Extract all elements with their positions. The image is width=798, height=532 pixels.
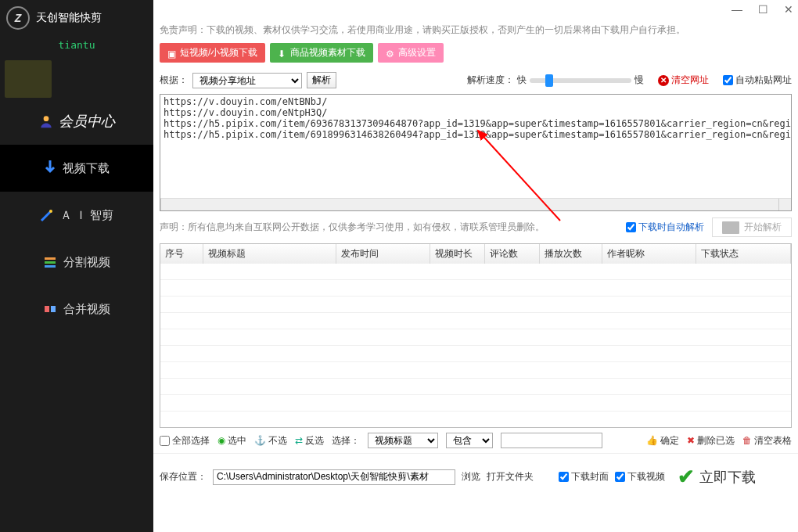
source-label: 根据： (160, 74, 188, 87)
slider-thumb-icon[interactable] (545, 74, 553, 87)
table-row[interactable] (160, 395, 791, 412)
x-circle-icon: ✕ (658, 75, 669, 86)
results-table: 序号 视频标题 发布时间 视频时长 评论数 播放次数 作者昵称 下载状态 (160, 243, 792, 428)
table-row[interactable] (160, 297, 791, 313)
user-area (0, 59, 153, 102)
minimize-button[interactable]: — (732, 3, 742, 16)
svg-rect-3 (45, 261, 56, 264)
save-label: 保存位置： (160, 470, 207, 483)
sidebar: Z 天创智能快剪 tiantu 会员中心 视频下载 Ａ Ｉ 智剪 分割视频 合并… (0, 0, 153, 532)
layers-icon (43, 255, 57, 269)
select-all-checkbox[interactable]: 全部选择 (160, 434, 210, 448)
avatar (5, 60, 52, 98)
horizontal-scrollbar[interactable] (160, 198, 791, 210)
speed-fast-label: 快 (517, 74, 527, 87)
open-folder-button[interactable]: 打开文件夹 (487, 470, 534, 483)
download-icon: ⬇ (278, 49, 287, 58)
browse-button[interactable]: 浏览 (462, 470, 480, 483)
table-row[interactable] (160, 280, 791, 297)
scrollbar-left-icon[interactable] (160, 199, 173, 210)
check-button[interactable]: ◉选中 (217, 434, 246, 448)
table-row[interactable] (160, 346, 791, 362)
table-row[interactable] (160, 329, 791, 346)
speed-slow-label: 慢 (634, 74, 644, 87)
filter-op-select[interactable]: 包含 (446, 433, 493, 448)
tab-row: ▣短视频/小视频下载 ⬇商品视频素材下载 ⚙高级设置 (153, 43, 798, 69)
svg-point-0 (44, 116, 49, 121)
download-cover-checkbox[interactable]: 下载封面 (559, 470, 609, 483)
thumbnail-icon (722, 221, 739, 234)
nav-ai-edit[interactable]: Ａ Ｉ 智剪 (0, 192, 153, 239)
clear-table-button[interactable]: 🗑清空表格 (742, 434, 792, 448)
tab-product-video[interactable]: ⬇商品视频素材下载 (270, 43, 373, 63)
notice-text: 声明：所有信息均来自互联网公开数据，仅供参考学习使用，如有侵权，请联系管理员删除… (160, 221, 545, 234)
film-icon: ▣ (167, 49, 177, 58)
confirm-button[interactable]: 👍确定 (646, 434, 679, 448)
svg-rect-6 (51, 306, 56, 312)
merge-icon (43, 302, 57, 316)
maximize-button[interactable]: ☐ (758, 3, 768, 16)
main-panel: — ☐ ✕ 免责声明：下载的视频、素材仅供学习交流，若使用商业用途，请购买正版授… (153, 0, 798, 532)
download-video-checkbox[interactable]: 下载视频 (615, 470, 665, 483)
speed-slider[interactable] (530, 78, 631, 83)
person-icon (38, 113, 54, 129)
check-circle-icon: ◉ (217, 435, 225, 446)
uncheck-button[interactable]: ⚓不选 (254, 434, 287, 448)
checkmark-icon: ✔ (678, 465, 695, 489)
filter-field-select[interactable]: 视频标题 (368, 433, 438, 448)
table-row[interactable] (160, 313, 791, 329)
table-row[interactable] (160, 264, 791, 280)
autopaste-checkbox[interactable]: 自动粘贴网址 (723, 74, 792, 87)
window-controls: — ☐ ✕ (153, 0, 798, 19)
filter-value-input[interactable] (501, 433, 602, 448)
col-author[interactable]: 作者昵称 (602, 244, 696, 264)
tab-advanced[interactable]: ⚙高级设置 (378, 43, 444, 63)
clear-urls-button[interactable]: ✕清空网址 (658, 74, 709, 87)
col-duration[interactable]: 视频时长 (430, 244, 485, 264)
app-subtitle: tiantu (0, 38, 153, 59)
delete-icon: ✖ (687, 435, 695, 446)
autoparse-checkbox[interactable]: 下载时自动解析 (626, 221, 704, 234)
table-body (160, 264, 791, 428)
svg-rect-2 (45, 257, 56, 260)
tab-short-video[interactable]: ▣短视频/小视频下载 (160, 43, 265, 63)
app-title: 天创智能快剪 (36, 11, 102, 25)
download-now-button[interactable]: ✔立即下载 (671, 462, 762, 492)
app-header: Z 天创智能快剪 (0, 0, 153, 38)
col-plays[interactable]: 播放次数 (540, 244, 602, 264)
app-logo-icon: Z (6, 6, 30, 30)
speed-label: 解析速度： (467, 74, 514, 87)
scrollbar-right-icon[interactable] (778, 199, 791, 210)
disclaimer-text: 免责声明：下载的视频、素材仅供学习交流，若使用商业用途，请购买正版授权，否则产生… (153, 19, 798, 43)
swap-icon: ⇄ (295, 435, 303, 446)
col-pubtime[interactable]: 发布时间 (336, 244, 430, 264)
delete-selected-button[interactable]: ✖删除已选 (687, 434, 735, 448)
table-row[interactable] (160, 412, 791, 428)
nav-merge-video[interactable]: 合并视频 (0, 286, 153, 332)
anchor-icon: ⚓ (254, 435, 266, 446)
svg-rect-5 (45, 306, 49, 312)
col-title[interactable]: 视频标题 (203, 244, 336, 264)
url-input-box: https://v.douyin.com/eNtBNbJ/ https://v.… (160, 94, 792, 211)
col-comments[interactable]: 评论数 (485, 244, 540, 264)
thumbs-up-icon: 👍 (646, 435, 658, 446)
save-path-input[interactable] (213, 469, 455, 485)
source-select[interactable]: 视频分享地址 (192, 73, 302, 88)
nav-split-video[interactable]: 分割视频 (0, 239, 153, 286)
close-button[interactable]: ✕ (784, 3, 793, 16)
start-parse-button[interactable]: 开始解析 (712, 217, 792, 237)
col-status[interactable]: 下载状态 (696, 244, 791, 264)
wand-icon (40, 208, 54, 222)
svg-point-1 (49, 210, 52, 213)
url-textarea[interactable]: https://v.douyin.com/eNtBNbJ/ https://v.… (160, 95, 791, 198)
member-center-link[interactable]: 会员中心 (0, 102, 153, 145)
nav-video-download[interactable]: 视频下载 (0, 145, 153, 192)
table-row[interactable] (160, 379, 791, 395)
table-row[interactable] (160, 362, 791, 379)
svg-rect-4 (45, 265, 56, 268)
table-header: 序号 视频标题 发布时间 视频时长 评论数 播放次数 作者昵称 下载状态 (160, 244, 791, 264)
col-index[interactable]: 序号 (160, 244, 203, 264)
trash-icon: 🗑 (742, 435, 752, 446)
invert-button[interactable]: ⇄反选 (295, 434, 324, 448)
parse-button[interactable]: 解析 (307, 72, 336, 88)
